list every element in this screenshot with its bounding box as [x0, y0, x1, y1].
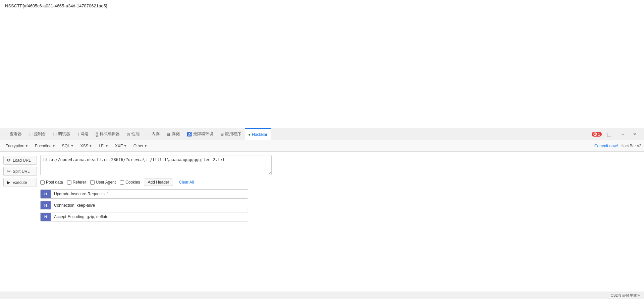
- tab-style-editor-label: 样式编辑器: [100, 131, 120, 137]
- post-data-label: Post data: [46, 180, 63, 185]
- tab-inspector-label: 查看器: [10, 131, 22, 137]
- encoding-label: Encoding: [35, 144, 52, 148]
- app-icon: ⊞: [220, 132, 224, 137]
- status-bar: CSDN @妙尾鲅鱼: [0, 292, 644, 299]
- cookies-label: Cookies: [125, 180, 140, 185]
- tab-hackbar[interactable]: ● HackBar: [245, 128, 271, 140]
- other-dropdown[interactable]: Other ▼: [131, 142, 150, 150]
- lfi-arrow-icon: ▼: [105, 144, 108, 148]
- xxe-dropdown[interactable]: XXE ▼: [112, 142, 129, 150]
- xss-label: XSS: [80, 144, 89, 148]
- tab-debugger-label: 调试器: [58, 131, 70, 137]
- devtools-panel: ⬚ 查看器 ⬚ 控制台 ⬚ 调试器 ↕ 网络 {} 样式编辑器 ◷ 性能 ⬚ 内…: [0, 128, 644, 299]
- sql-arrow-icon: ▼: [71, 144, 74, 148]
- post-data-checkbox[interactable]: Post data: [40, 180, 63, 185]
- user-agent-checkbox[interactable]: User Agent: [90, 180, 116, 185]
- tab-debugger[interactable]: ⬚ 调试器: [50, 128, 74, 140]
- split-url-button[interactable]: ✂ Split URL: [3, 167, 37, 176]
- referer-label: Referer: [73, 180, 86, 185]
- clear-all-button[interactable]: Clear All: [177, 179, 196, 186]
- header-value-0: Upgrade-Insecure-Requests: 1: [51, 190, 248, 198]
- tab-memory[interactable]: ⬚ 内存: [143, 128, 163, 140]
- tab-app[interactable]: ⊞ 应用程序: [217, 128, 245, 140]
- tab-inspector[interactable]: ⬚ 查看器: [1, 128, 25, 140]
- tab-accessibility[interactable]: ♿ 无障碍环境: [183, 128, 217, 140]
- header-badge-2: H: [41, 213, 51, 221]
- execute-label: Execute: [12, 180, 27, 185]
- encoding-dropdown[interactable]: Encoding ▼: [32, 142, 58, 150]
- memory-icon: ⬚: [147, 132, 150, 137]
- storage-icon: ▦: [167, 132, 170, 137]
- hackbar-dot-icon: ●: [248, 132, 251, 137]
- tab-console-label: 控制台: [34, 131, 46, 137]
- responsive-button[interactable]: ⬚: [604, 132, 615, 137]
- load-url-label: Load URL: [13, 158, 31, 163]
- headers-list: H Upgrade-Insecure-Requests: 1 H Connect…: [40, 189, 641, 221]
- split-url-label: Split URL: [13, 169, 30, 174]
- tab-network-label: 网络: [80, 131, 89, 137]
- sql-label: SQL: [62, 144, 70, 148]
- header-value-2: Accept-Encoding: gzip, deflate: [51, 212, 248, 221]
- hackbar-action-buttons: ⟳ Load URL ✂ Split URL ▶ Execute: [0, 152, 40, 292]
- accessibility-icon: ♿: [187, 132, 192, 137]
- add-header-button[interactable]: Add Header: [144, 179, 173, 186]
- checkboxes-row: Post data Referer User Agent Cookies Add…: [40, 179, 641, 186]
- tab-storage-label: 存储: [172, 131, 180, 137]
- post-data-input[interactable]: [40, 180, 45, 185]
- other-arrow-icon: ▼: [144, 144, 147, 148]
- encryption-dropdown[interactable]: Encryption ▼: [3, 142, 31, 150]
- console-icon: ⬚: [29, 132, 33, 137]
- tab-performance-label: 性能: [131, 131, 140, 137]
- xxe-arrow-icon: ▼: [124, 144, 127, 148]
- commit-now-link[interactable]: Commit now!: [594, 144, 618, 148]
- more-options-button[interactable]: ···: [617, 132, 628, 137]
- xxe-label: XXE: [115, 144, 123, 148]
- tab-hackbar-label: HackBar: [252, 132, 267, 137]
- encryption-label: Encryption: [5, 144, 24, 148]
- lfi-label: LFI: [99, 144, 104, 148]
- close-devtools-button[interactable]: ✕: [630, 132, 640, 137]
- main-content: NSSCTF{af4605c6-a031-4665-a34d-147870621…: [0, 0, 644, 128]
- other-label: Other: [133, 144, 144, 148]
- sql-dropdown[interactable]: SQL ▼: [59, 142, 76, 150]
- performance-icon: ◷: [127, 132, 130, 137]
- hackbar-content: Post data Referer User Agent Cookies Add…: [40, 152, 644, 292]
- error-icon: ⓵: [593, 132, 597, 136]
- url-input[interactable]: [40, 155, 272, 175]
- tab-storage[interactable]: ▦ 存储: [163, 128, 183, 140]
- encryption-arrow-icon: ▼: [25, 144, 28, 148]
- inspector-icon: ⬚: [5, 132, 8, 137]
- referer-checkbox[interactable]: Referer: [67, 180, 86, 185]
- devtools-actions: ⓵ 1 ⬚ ··· ✕: [589, 132, 643, 137]
- header-row-1: H Connection: keep-alive: [40, 201, 248, 210]
- referer-input[interactable]: [67, 180, 71, 185]
- encoding-arrow-icon: ▼: [52, 144, 55, 148]
- header-row-2: H Accept-Encoding: gzip, deflate: [40, 212, 248, 221]
- xss-dropdown[interactable]: XSS ▼: [78, 142, 95, 150]
- page-text: NSSCTF{af4605c6-a031-4665-a34d-147870621…: [5, 3, 107, 8]
- tab-network[interactable]: ↕ 网络: [74, 128, 92, 140]
- cookies-input[interactable]: [120, 180, 124, 185]
- hackbar-version: HackBar v2: [621, 144, 641, 148]
- user-agent-label: User Agent: [96, 180, 116, 185]
- tab-accessibility-label: 无障碍环境: [193, 131, 213, 137]
- tab-app-label: 应用程序: [225, 131, 241, 137]
- header-row-0: H Upgrade-Insecure-Requests: 1: [40, 189, 248, 199]
- style-editor-icon: {}: [96, 132, 98, 137]
- header-badge-1: H: [41, 201, 51, 209]
- lfi-dropdown[interactable]: LFI ▼: [96, 142, 111, 150]
- status-text: CSDN @妙尾鲅鱼: [611, 293, 641, 298]
- load-url-icon: ⟳: [7, 158, 11, 163]
- tab-style-editor[interactable]: {} 样式编辑器: [92, 128, 123, 140]
- tab-memory-label: 内存: [152, 131, 160, 137]
- user-agent-input[interactable]: [90, 180, 95, 185]
- execute-icon: ▶: [7, 180, 10, 185]
- devtools-tabbar: ⬚ 查看器 ⬚ 控制台 ⬚ 调试器 ↕ 网络 {} 样式编辑器 ◷ 性能 ⬚ 内…: [0, 128, 644, 140]
- execute-button[interactable]: ▶ Execute: [3, 178, 37, 187]
- load-url-button[interactable]: ⟳ Load URL: [3, 156, 37, 165]
- tab-performance[interactable]: ◷ 性能: [123, 128, 143, 140]
- cookies-checkbox[interactable]: Cookies: [120, 180, 140, 185]
- tab-console[interactable]: ⬚ 控制台: [25, 128, 50, 140]
- debugger-icon: ⬚: [53, 132, 57, 137]
- xss-arrow-icon: ▼: [89, 144, 92, 148]
